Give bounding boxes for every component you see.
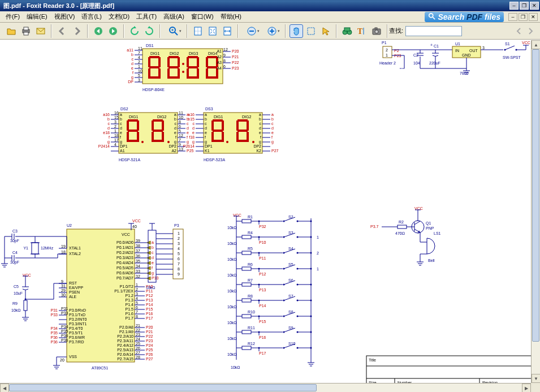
svg-text:f: f: [152, 266, 153, 270]
svg-text:A4: A4: [217, 66, 222, 70]
next-page-button[interactable]: [70, 24, 84, 38]
scroll-down-button[interactable]: ▼: [532, 374, 540, 383]
fit-page-button[interactable]: [206, 24, 219, 38]
print-button[interactable]: [19, 24, 33, 38]
svg-text:P14: P14: [259, 304, 266, 308]
svg-text:P2414: P2414: [98, 144, 110, 148]
menu-edit[interactable]: 编辑(E): [23, 11, 51, 22]
horizontal-scrollbar[interactable]: ◀ ▶: [0, 383, 531, 392]
svg-text:24: 24: [136, 337, 140, 341]
svg-text:e: e: [152, 261, 154, 265]
svg-text:10kΩ: 10kΩ: [227, 273, 237, 277]
svg-text:K1: K1: [205, 149, 210, 153]
svg-text:C3: C3: [12, 229, 18, 233]
svg-text:10kΩ: 10kΩ: [227, 352, 237, 356]
svg-text:f: f: [132, 71, 133, 75]
svg-text:6: 6: [179, 124, 181, 128]
find-input[interactable]: [405, 26, 462, 36]
svg-text:g: g: [192, 140, 195, 144]
menu-view[interactable]: 视图(V): [51, 11, 79, 22]
power-supply-section: P1 21 P2 P23 Header 2 C2 104 + C1 220uF …: [379, 41, 530, 75]
snapshot-button[interactable]: [370, 24, 383, 38]
scroll-left-button[interactable]: ◀: [0, 384, 9, 392]
svg-text:2: 2: [317, 251, 319, 255]
crystal-circuit: C3 30pF C4 30pF Y1 12MHz: [1, 229, 67, 267]
vertical-scroll-thumb[interactable]: [532, 49, 539, 342]
svg-text:VCC: VCC: [23, 273, 31, 277]
pdf-page[interactable]: DS1 DIG1DIG2DIG3DIG4 HDSP-B04E 11a117b4c…: [0, 40, 535, 392]
svg-text:e18: e18: [103, 131, 110, 135]
rotate-ccw-button[interactable]: [128, 24, 141, 38]
svg-text:c: c: [120, 122, 122, 126]
open-button[interactable]: [5, 24, 18, 38]
menu-tools[interactable]: 工具(T): [133, 11, 160, 22]
find-next-button[interactable]: [525, 26, 535, 36]
svg-text:4: 4: [138, 55, 140, 59]
svg-point-484: [258, 268, 260, 270]
svg-text:3: 3: [114, 120, 116, 124]
close-button[interactable]: ✕: [530, 2, 539, 10]
scroll-right-button[interactable]: ▶: [522, 384, 531, 392]
actual-size-button[interactable]: [191, 24, 205, 38]
svg-text:P3.2/INT0: P3.2/INT0: [69, 317, 87, 321]
menu-language[interactable]: 语言(L): [78, 11, 105, 22]
horizontal-scroll-thumb[interactable]: [9, 384, 317, 391]
svg-text:d: d: [259, 126, 261, 130]
svg-rect-567: [398, 225, 407, 229]
menu-window[interactable]: 窗口(W): [188, 11, 217, 22]
menubar: 件(F) 编辑(E) 视图(V) 语言(L) 文档(D) 工具(T) 高级(A)…: [0, 11, 540, 23]
svg-text:A3: A3: [217, 61, 222, 64]
minimize-button[interactable]: –: [509, 2, 519, 10]
mdi-controls: – ❐ ✕: [508, 13, 538, 21]
vertical-scrollbar[interactable]: ▲ ▼: [531, 40, 540, 383]
svg-text:a16: a16: [103, 113, 110, 117]
zoom-marquee-button[interactable]: [164, 24, 183, 38]
svg-text:d: d: [174, 126, 176, 130]
restore-button[interactable]: ❐: [520, 2, 529, 10]
scroll-up-button[interactable]: ▲: [532, 40, 540, 49]
svg-text:Header 2: Header 2: [379, 61, 396, 65]
text-viewer-button[interactable]: T: [355, 24, 369, 38]
svg-text:R6: R6: [248, 262, 253, 266]
select-arrow-button[interactable]: [319, 24, 332, 38]
search-pdf-promo[interactable]: Search PDF files: [425, 12, 504, 22]
binoculars-button[interactable]: [340, 24, 354, 38]
mdi-restore-button[interactable]: ❐: [519, 13, 528, 21]
svg-text:VCC: VCC: [522, 41, 530, 45]
mdi-close-button[interactable]: ✕: [529, 13, 538, 21]
buzzer-circuit: VCC Q1 PNP R2 470Ω P3.7 LS1 Bell: [370, 206, 441, 265]
zoom-out-button[interactable]: [242, 24, 261, 38]
menu-advanced[interactable]: 高级(A): [160, 11, 188, 22]
svg-text:b: b: [174, 117, 176, 121]
svg-text:P0.7/AD7: P0.7/AD7: [116, 276, 133, 280]
svg-text:5: 5: [179, 129, 181, 133]
svg-text:P33: P33: [51, 313, 58, 317]
find-prev-button[interactable]: [514, 26, 524, 36]
svg-text:P0.5/AD5: P0.5/AD5: [116, 266, 133, 270]
rotate-cw-button[interactable]: [142, 24, 156, 38]
svg-text:A2: A2: [171, 149, 176, 153]
svg-text:P2.2/A10: P2.2/A10: [117, 334, 133, 338]
menu-file[interactable]: 件(F): [2, 11, 23, 22]
menu-help[interactable]: 帮助(H): [217, 11, 245, 22]
select-annotation-button[interactable]: [304, 24, 318, 38]
nav-back-button[interactable]: [92, 24, 105, 38]
menu-document[interactable]: 文档(D): [105, 11, 133, 22]
svg-rect-20: [308, 28, 314, 35]
svg-text:4: 4: [136, 296, 138, 300]
svg-text:P1.3: P1.3: [126, 298, 134, 302]
hand-tool-button[interactable]: [290, 24, 303, 38]
svg-text:e: e: [271, 131, 274, 135]
svg-text:a: a: [152, 240, 154, 244]
svg-text:12: 12: [179, 133, 183, 137]
zoom-in-button[interactable]: [262, 24, 282, 38]
svg-text:P3.0/RxD: P3.0/RxD: [69, 308, 86, 312]
mdi-minimize-button[interactable]: –: [508, 13, 517, 21]
svg-text:e: e: [120, 131, 122, 135]
nav-forward-button[interactable]: [106, 24, 120, 38]
fit-width-button[interactable]: [221, 24, 234, 38]
svg-point-158: [226, 141, 228, 143]
prev-page-button[interactable]: [55, 24, 69, 38]
email-button[interactable]: [34, 24, 47, 38]
svg-line-1: [432, 16, 434, 19]
